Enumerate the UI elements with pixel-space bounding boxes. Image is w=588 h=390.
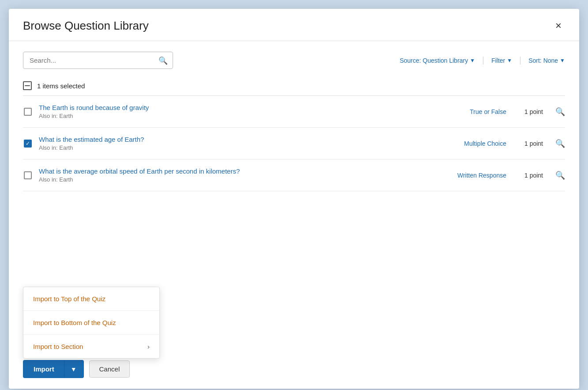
question-info: The Earth is round because of gravity Al… [39, 104, 443, 119]
import-dropdown-toggle[interactable]: ▼ [64, 361, 83, 377]
preview-icon[interactable]: 🔍 [555, 139, 565, 148]
import-to-top-item[interactable]: Import to Top of the Quiz [23, 287, 159, 311]
indeterminate-checkbox[interactable] [23, 81, 32, 90]
table-row: ✓ What is the estimated age of Earth? Al… [23, 128, 565, 159]
chevron-down-icon: ▼ [71, 366, 77, 373]
browse-question-library-modal: Browse Question Library × 🔍 Source: Ques… [9, 9, 579, 389]
filter-button[interactable]: Filter ▼ [491, 57, 512, 64]
question-list: The Earth is round because of gravity Al… [23, 96, 565, 191]
chevron-right-icon: › [147, 343, 150, 350]
search-input[interactable] [23, 52, 173, 69]
checkmark-icon: ✓ [26, 141, 30, 146]
question-checkbox[interactable]: ✓ [24, 140, 32, 148]
import-dropdown-menu: Import to Top of the Quiz Import to Bott… [23, 287, 160, 359]
question-info: What is the estimated age of Earth? Also… [39, 136, 443, 151]
source-button[interactable]: Source: Question Library ▼ [400, 57, 475, 64]
search-wrapper: 🔍 [23, 52, 173, 69]
items-selected-label: 1 items selected [37, 82, 85, 90]
chevron-down-icon: ▼ [507, 57, 512, 64]
chevron-down-icon: ▼ [560, 57, 565, 64]
question-meta: Written Response 1 point 🔍 [449, 170, 565, 180]
preview-icon[interactable]: 🔍 [555, 170, 565, 180]
question-info: What is the average orbital speed of Ear… [39, 167, 443, 183]
checkbox-wrapper: ✓ [23, 139, 33, 148]
select-all-row: 1 items selected [23, 78, 565, 96]
import-button-group: Import ▼ [23, 360, 84, 378]
import-button[interactable]: Import [24, 361, 64, 377]
divider [483, 57, 483, 64]
indeterminate-line [25, 85, 30, 86]
import-to-bottom-item[interactable]: Import to Bottom of the Quiz [23, 311, 159, 335]
question-sub: Also in: Earth [39, 113, 443, 119]
cancel-button[interactable]: Cancel [89, 360, 130, 378]
toolbar: 🔍 Source: Question Library ▼ Filter ▼ So… [23, 52, 565, 69]
question-points: 1 point [519, 140, 543, 147]
divider [520, 57, 520, 64]
close-button[interactable]: × [552, 19, 565, 33]
table-row: The Earth is round because of gravity Al… [23, 96, 565, 128]
question-meta: True or False 1 point 🔍 [449, 107, 565, 117]
question-type: True or False [449, 108, 506, 115]
question-title: What is the estimated age of Earth? [39, 136, 443, 143]
modal-footer: Import to Top of the Quiz Import to Bott… [9, 352, 579, 389]
question-points: 1 point [519, 108, 543, 115]
question-type: Multiple Choice [449, 140, 506, 147]
question-sub: Also in: Earth [39, 144, 443, 151]
modal-title: Browse Question Library [23, 19, 149, 33]
question-meta: Multiple Choice 1 point 🔍 [449, 139, 565, 148]
question-checkbox[interactable] [24, 171, 32, 179]
import-to-section-item[interactable]: Import to Section › [23, 335, 159, 358]
toolbar-right: Source: Question Library ▼ Filter ▼ Sort… [400, 57, 565, 64]
preview-icon[interactable]: 🔍 [555, 107, 565, 117]
checkbox-wrapper [23, 107, 33, 117]
question-title: What is the average orbital speed of Ear… [39, 167, 443, 175]
modal-header: Browse Question Library × [9, 9, 579, 41]
chevron-down-icon: ▼ [470, 57, 475, 64]
question-title: The Earth is round because of gravity [39, 104, 443, 111]
question-type: Written Response [449, 172, 506, 179]
table-row: What is the average orbital speed of Ear… [23, 159, 565, 191]
question-points: 1 point [519, 172, 543, 179]
sort-button[interactable]: Sort: None ▼ [528, 57, 565, 64]
question-checkbox[interactable] [24, 108, 32, 116]
question-sub: Also in: Earth [39, 176, 443, 183]
checkbox-wrapper [23, 170, 33, 180]
